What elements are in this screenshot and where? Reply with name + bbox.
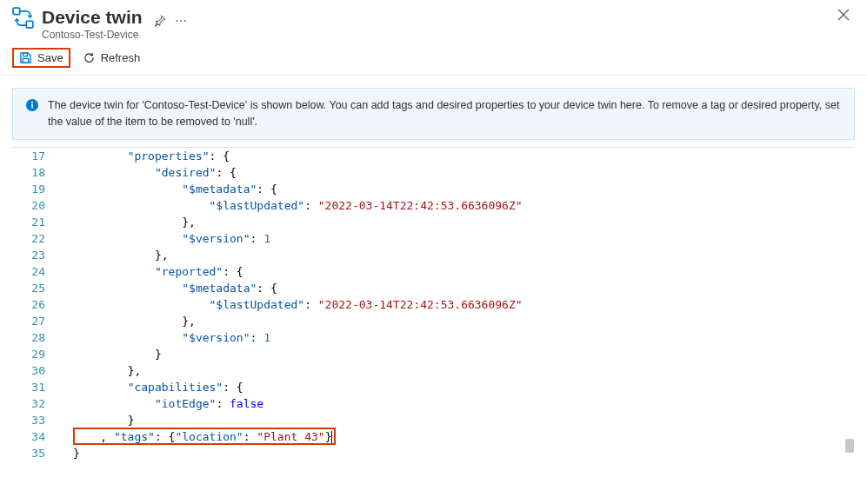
- code-content[interactable]: },: [73, 247, 855, 263]
- code-line[interactable]: 20 "$lastUpdated": "2022-03-14T22:42:53.…: [12, 197, 855, 214]
- code-line[interactable]: 25 "$metadata": {: [12, 280, 855, 296]
- line-number: 20: [12, 197, 61, 214]
- code-line[interactable]: 30 },: [12, 362, 855, 379]
- json-editor[interactable]: 17 "properties": {18 "desired": {19 "$me…: [12, 147, 855, 461]
- line-number: 23: [12, 247, 61, 263]
- line-number: 33: [12, 412, 61, 428]
- svg-rect-5: [31, 104, 33, 109]
- code-line[interactable]: 23 },: [12, 247, 855, 263]
- code-line[interactable]: 17 "properties": {: [12, 148, 855, 164]
- fold-gutter: [61, 445, 73, 461]
- line-number: 32: [12, 395, 61, 412]
- line-number: 17: [12, 148, 61, 164]
- info-banner: The device twin for 'Contoso-Test-Device…: [12, 88, 855, 140]
- code-content[interactable]: , "tags": {"location": "Plant 43"}: [73, 428, 855, 445]
- fold-gutter: [61, 362, 73, 379]
- device-twin-icon: [12, 7, 35, 30]
- line-number: 21: [12, 214, 61, 230]
- toolbar: Save Refresh: [0, 41, 867, 76]
- code-line[interactable]: 32 "iotEdge": false: [12, 395, 855, 412]
- fold-gutter: [61, 280, 73, 296]
- line-number: 28: [12, 329, 61, 346]
- page-subtitle: Contoso-Test-Device: [42, 29, 855, 41]
- refresh-button[interactable]: Refresh: [77, 49, 146, 67]
- line-number: 31: [12, 379, 61, 395]
- svg-rect-0: [13, 8, 20, 15]
- code-line[interactable]: 33 }: [12, 412, 855, 428]
- code-content[interactable]: }: [73, 412, 855, 428]
- code-content[interactable]: "reported": {: [73, 263, 855, 280]
- code-content[interactable]: "desired": {: [73, 164, 855, 181]
- line-number: 24: [12, 263, 61, 280]
- close-icon[interactable]: [837, 9, 850, 21]
- fold-gutter: [61, 346, 73, 362]
- line-number: 27: [12, 313, 61, 329]
- code-content[interactable]: "$metadata": {: [73, 280, 855, 296]
- info-text: The device twin for 'Contoso-Test-Device…: [48, 97, 842, 130]
- pin-icon[interactable]: [154, 15, 166, 27]
- line-number: 29: [12, 346, 61, 362]
- text-caret: [331, 431, 332, 444]
- fold-gutter: [61, 181, 73, 197]
- fold-gutter: [61, 412, 73, 428]
- info-icon: [25, 98, 39, 112]
- code-line[interactable]: 31 "capabilities": {: [12, 379, 855, 395]
- page-header: Device twin ⋯ Contoso-Test-Device: [0, 0, 867, 41]
- svg-point-6: [31, 102, 33, 103]
- more-icon[interactable]: ⋯: [175, 14, 188, 28]
- code-content[interactable]: },: [73, 214, 855, 230]
- save-icon: [19, 51, 32, 64]
- fold-gutter: [61, 428, 73, 445]
- code-line[interactable]: 26 "$lastUpdated": "2022-03-14T22:42:53.…: [12, 296, 855, 313]
- code-line[interactable]: 24 "reported": {: [12, 263, 855, 280]
- code-line[interactable]: 28 "$version": 1: [12, 329, 855, 346]
- svg-rect-1: [26, 21, 33, 28]
- fold-gutter: [61, 296, 73, 313]
- fold-gutter: [61, 230, 73, 247]
- line-number: 30: [12, 362, 61, 379]
- code-line[interactable]: 29 }: [12, 346, 855, 362]
- code-content[interactable]: },: [73, 313, 855, 329]
- code-line[interactable]: 19 "$metadata": {: [12, 181, 855, 197]
- fold-gutter: [61, 313, 73, 329]
- code-content[interactable]: },: [73, 362, 855, 379]
- code-content[interactable]: }: [73, 346, 855, 362]
- code-content[interactable]: "iotEdge": false: [73, 395, 855, 412]
- code-content[interactable]: "properties": {: [73, 148, 855, 164]
- code-line[interactable]: 35}: [12, 445, 855, 461]
- line-number: 25: [12, 280, 61, 296]
- code-line[interactable]: 34 , "tags": {"location": "Plant 43"}: [12, 428, 855, 445]
- fold-gutter: [61, 164, 73, 181]
- fold-gutter: [61, 148, 73, 164]
- line-number: 22: [12, 230, 61, 247]
- save-label: Save: [37, 51, 63, 64]
- code-line[interactable]: 18 "desired": {: [12, 164, 855, 181]
- line-number: 18: [12, 164, 61, 181]
- code-content[interactable]: "capabilities": {: [73, 379, 855, 395]
- fold-gutter: [61, 197, 73, 214]
- code-content[interactable]: "$lastUpdated": "2022-03-14T22:42:53.663…: [73, 296, 855, 313]
- refresh-icon: [83, 51, 96, 64]
- code-line[interactable]: 27 },: [12, 313, 855, 329]
- svg-rect-3: [23, 59, 29, 63]
- fold-gutter: [61, 395, 73, 412]
- code-content[interactable]: "$lastUpdated": "2022-03-14T22:42:53.663…: [73, 197, 855, 214]
- svg-rect-2: [23, 53, 28, 56]
- code-content[interactable]: "$version": 1: [73, 329, 855, 346]
- line-number: 19: [12, 181, 61, 197]
- fold-gutter: [61, 247, 73, 263]
- fold-gutter: [61, 379, 73, 395]
- fold-gutter: [61, 263, 73, 280]
- code-line[interactable]: 22 "$version": 1: [12, 230, 855, 247]
- line-number: 34: [12, 428, 61, 445]
- code-content[interactable]: }: [73, 445, 855, 461]
- code-content[interactable]: "$version": 1: [73, 230, 855, 247]
- refresh-label: Refresh: [101, 51, 141, 64]
- save-button[interactable]: Save: [12, 48, 70, 68]
- fold-gutter: [61, 329, 73, 346]
- line-number: 35: [12, 445, 61, 461]
- line-number: 26: [12, 296, 61, 313]
- page-title: Device twin: [42, 7, 143, 27]
- code-line[interactable]: 21 },: [12, 214, 855, 230]
- code-content[interactable]: "$metadata": {: [73, 181, 855, 197]
